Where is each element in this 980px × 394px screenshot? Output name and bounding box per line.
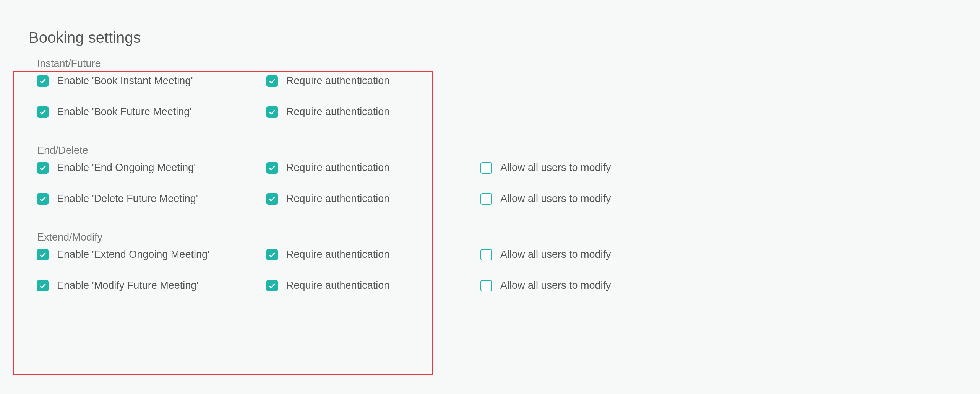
settings-row: Enable 'End Ongoing Meeting'Require auth… xyxy=(29,162,951,174)
require-auth-checkbox[interactable] xyxy=(266,249,278,260)
allow-all-users-label: Allow all users to modify xyxy=(500,249,611,260)
require-auth-label: Require authentication xyxy=(286,106,389,118)
group-heading-end-delete: End/Delete xyxy=(37,145,951,156)
enable-enable-checkbox[interactable] xyxy=(37,106,49,118)
check-icon xyxy=(39,77,47,85)
divider-top xyxy=(29,8,951,8)
settings-row: Enable 'Book Future Meeting'Require auth… xyxy=(29,106,951,118)
group-heading-instant-future: Instant/Future xyxy=(37,58,951,70)
check-icon xyxy=(268,251,276,259)
require-auth-label: Require authentication xyxy=(286,280,389,291)
require-auth-checkbox[interactable] xyxy=(266,193,278,205)
enable-label: Enable 'Book Future Meeting' xyxy=(57,106,192,118)
enable-label: Enable 'Extend Ongoing Meeting' xyxy=(57,249,209,260)
settings-row: Enable 'Book Instant Meeting'Require aut… xyxy=(29,75,951,87)
allow-all-users-checkbox[interactable] xyxy=(480,193,492,205)
allow-all-users-label: Allow all users to modify xyxy=(500,280,611,291)
check-icon xyxy=(268,282,276,290)
enable-enable-checkbox[interactable] xyxy=(37,280,49,291)
check-icon xyxy=(268,195,276,203)
enable-enable-checkbox[interactable] xyxy=(37,75,49,87)
divider-bottom xyxy=(29,311,951,311)
allow-all-users-label: Allow all users to modify xyxy=(500,162,611,174)
enable-label: Enable 'Delete Future Meeting' xyxy=(57,193,198,205)
booking-settings-grid: Instant/FutureEnable 'Book Instant Meeti… xyxy=(29,58,951,291)
check-icon xyxy=(39,108,47,116)
enable-enable-checkbox[interactable] xyxy=(37,162,49,174)
check-icon xyxy=(39,195,47,203)
enable-label: Enable 'Book Instant Meeting' xyxy=(57,75,193,87)
settings-row: Enable 'Delete Future Meeting'Require au… xyxy=(29,193,951,205)
enable-enable-checkbox[interactable] xyxy=(37,249,49,260)
settings-row: Enable 'Modify Future Meeting'Require au… xyxy=(29,280,951,291)
check-icon xyxy=(268,108,276,116)
require-auth-label: Require authentication xyxy=(286,162,389,174)
enable-label: Enable 'End Ongoing Meeting' xyxy=(57,162,196,174)
require-auth-checkbox[interactable] xyxy=(266,106,278,118)
check-icon xyxy=(39,251,47,259)
allow-all-users-label: Allow all users to modify xyxy=(500,193,611,205)
settings-row: Enable 'Extend Ongoing Meeting'Require a… xyxy=(29,249,951,260)
allow-all-users-checkbox[interactable] xyxy=(480,280,492,291)
require-auth-checkbox[interactable] xyxy=(266,75,278,87)
check-icon xyxy=(268,164,276,172)
require-auth-checkbox[interactable] xyxy=(266,280,278,291)
require-auth-label: Require authentication xyxy=(286,193,389,205)
allow-all-users-checkbox[interactable] xyxy=(480,162,492,174)
group-heading-extend-modify: Extend/Modify xyxy=(37,231,951,243)
enable-enable-checkbox[interactable] xyxy=(37,193,49,205)
require-auth-checkbox[interactable] xyxy=(266,162,278,174)
check-icon xyxy=(39,282,47,290)
enable-label: Enable 'Modify Future Meeting' xyxy=(57,280,199,291)
check-icon xyxy=(39,164,47,172)
require-auth-label: Require authentication xyxy=(286,75,389,87)
require-auth-label: Require authentication xyxy=(286,249,389,260)
section-title: Booking settings xyxy=(29,29,951,46)
allow-all-users-checkbox[interactable] xyxy=(480,249,492,260)
check-icon xyxy=(268,77,276,85)
